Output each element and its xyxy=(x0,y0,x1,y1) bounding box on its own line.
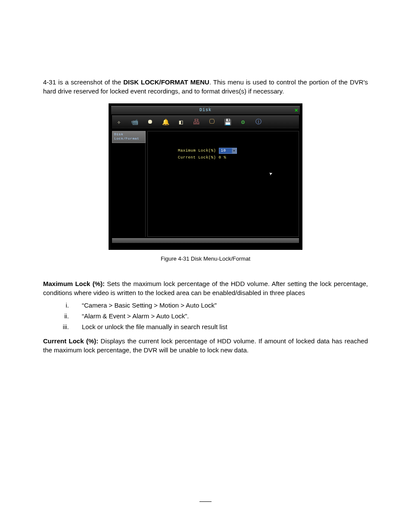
list-item: ii. “Alarm & Event > Alarm > Auto Lock”. xyxy=(43,312,368,320)
camera-icon[interactable]: 📹 xyxy=(130,118,139,126)
list-text: “Camera > Basic Setting > Motion > Auto … xyxy=(82,302,368,309)
intro-prefix: 4-31 is a screenshot of the xyxy=(43,78,123,86)
system-icon[interactable]: ⚙ xyxy=(239,118,247,126)
conditions-list: i. “Camera > Basic Setting > Motion > Au… xyxy=(43,302,368,330)
intro-bold: DISK LOCK/FORMAT MENU xyxy=(123,78,209,86)
maximum-lock-select[interactable]: 10 ▼ xyxy=(219,148,237,154)
dvr-titlebar: Disk ✕ xyxy=(111,106,300,115)
display-icon[interactable]: 🖵 xyxy=(208,118,216,126)
setting-maximum-lock: Maximum Lock(%) 10 ▼ xyxy=(178,148,237,154)
list-item: i. “Camera > Basic Setting > Motion > Au… xyxy=(43,302,368,309)
cursor-icon: ➤ xyxy=(268,170,274,178)
sidebar-divider xyxy=(145,143,146,237)
current-lock-paragraph: Current Lock (%): Displays the current l… xyxy=(43,336,368,355)
alarm-icon[interactable]: 🔔 xyxy=(161,118,170,126)
setting-current-lock-value: 0 % xyxy=(219,156,227,160)
list-text: Lock or unlock the file manually in sear… xyxy=(82,323,368,330)
figure-container: Disk ✕ ✧ 📹 ⏺ 🔔 ◧ 品 🖵 💾 ⚙ ⓘ Disk Lock/For… xyxy=(43,103,368,262)
dvr-screenshot: Disk ✕ ✧ 📹 ⏺ 🔔 ◧ 品 🖵 💾 ⚙ ⓘ Disk Lock/For… xyxy=(109,103,302,250)
maximum-lock-paragraph: Maximum Lock (%): Sets the maximum lock … xyxy=(43,279,368,297)
express-icon[interactable]: ✧ xyxy=(115,118,123,126)
intro-paragraph: 4-31 is a screenshot of the DISK LOCK/FO… xyxy=(43,78,368,96)
sidebar-item-disk-lock-format[interactable]: Disk Lock/Format xyxy=(112,131,146,143)
dvr-bottombar xyxy=(112,238,299,243)
info-icon[interactable]: ⓘ xyxy=(254,118,263,126)
settings-panel: Maximum Lock(%) 10 ▼ Current Lock(%) 0 %… xyxy=(147,131,299,237)
document-page: 4-31 is a screenshot of the DISK LOCK/FO… xyxy=(0,0,411,532)
figure-caption: Figure 4-31 Disk Menu-Lock/Format xyxy=(43,255,368,262)
record-icon[interactable]: ⏺ xyxy=(146,118,154,126)
disk-icon[interactable]: 💾 xyxy=(223,118,232,126)
current-lock-heading: Current Lock (%): xyxy=(43,337,98,345)
maximum-lock-value: 10 xyxy=(221,149,226,153)
list-text: “Alarm & Event > Alarm > Auto Lock”. xyxy=(82,312,368,320)
chevron-down-icon: ▼ xyxy=(232,148,237,153)
dvr-window-title: Disk xyxy=(111,106,300,114)
list-item: iii. Lock or unlock the file manually in… xyxy=(43,323,368,330)
setting-current-lock-label: Current Lock(%) xyxy=(178,156,216,160)
page-footer-rule xyxy=(199,501,212,502)
setting-maximum-lock-label: Maximum Lock(%) xyxy=(178,149,216,153)
close-icon[interactable]: ✕ xyxy=(294,106,299,114)
network-icon[interactable]: 品 xyxy=(192,118,201,126)
maximum-lock-heading: Maximum Lock (%): xyxy=(43,280,105,287)
list-number: i. xyxy=(43,302,82,309)
schedule-icon[interactable]: ◧ xyxy=(177,118,185,126)
setting-current-lock: Current Lock(%) 0 % xyxy=(178,156,226,160)
dvr-toolbar: ✧ 📹 ⏺ 🔔 ◧ 品 🖵 💾 ⚙ ⓘ xyxy=(112,115,299,128)
list-number: iii. xyxy=(43,323,82,330)
list-number: ii. xyxy=(43,312,82,320)
